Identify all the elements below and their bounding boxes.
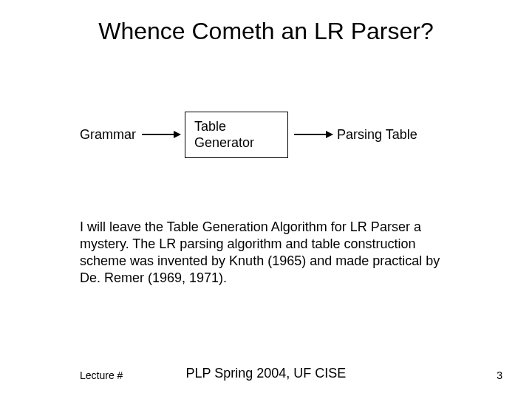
arrow-icon <box>142 134 180 135</box>
flow-diagram: Grammar Table Generator Parsing Table <box>80 109 464 160</box>
body-paragraph: I will leave the Table Generation Algori… <box>80 219 464 287</box>
grammar-label: Grammar <box>80 127 136 143</box>
slide-title: Whence Cometh an LR Parser? <box>0 18 532 45</box>
slide: Whence Cometh an LR Parser? Grammar Tabl… <box>0 0 532 399</box>
table-generator-box: Table Generator <box>185 112 288 158</box>
page-number: 3 <box>497 369 502 381</box>
parsing-table-label: Parsing Table <box>337 127 417 143</box>
arrow-icon <box>294 134 332 135</box>
footer: Lecture # PLP Spring 2004, UF CISE 3 <box>0 364 532 381</box>
footer-course-label: PLP Spring 2004, UF CISE <box>0 366 532 381</box>
